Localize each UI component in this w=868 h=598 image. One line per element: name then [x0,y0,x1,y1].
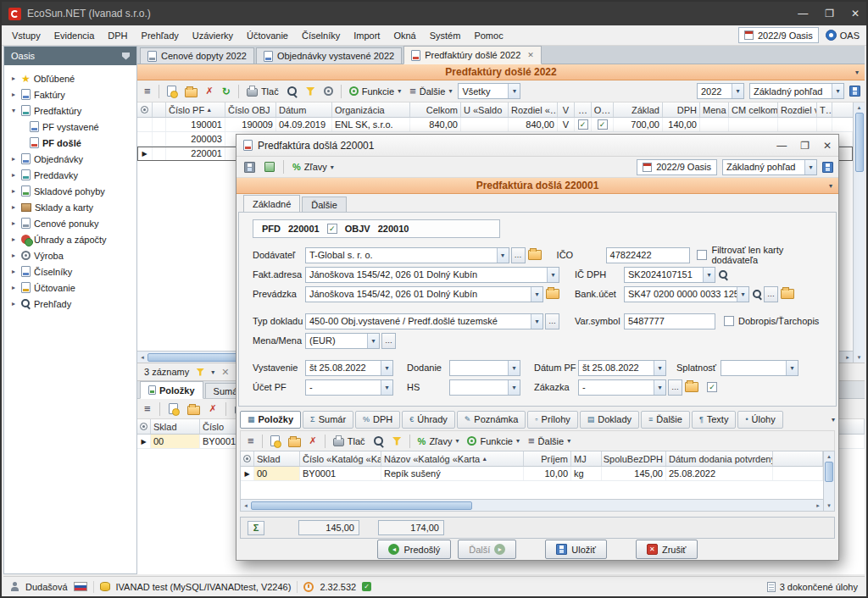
dalsie-dropdown[interactable]: ≡Ďalšie▾ [407,83,454,100]
previous-button[interactable]: ◂Predošlý [377,540,451,559]
menu-vstupy[interactable]: Vstupy [5,27,47,44]
checkbox-cell[interactable]: ✓ [575,118,592,131]
vertical-scrollbar[interactable]: ▴ ▾ [853,102,865,363]
grid-header-cell[interactable]: … [575,102,592,117]
print-button[interactable]: Tlač [244,83,281,100]
dialog-export-button[interactable] [262,158,277,175]
pf-account-combo[interactable]: -▾ [305,379,393,396]
dalsie-dropdown[interactable]: ≡Ďalšie▾ [526,433,573,450]
view-combo[interactable]: Základný pohľad▾ [749,83,844,99]
search-button[interactable] [285,83,300,100]
tab-cenove-dopyty[interactable]: Cenové dopyty 2022 [140,47,254,64]
dialog-view-combo[interactable]: Základný pohľad▾ [722,159,817,175]
zlavy-dropdown[interactable]: %Zľavy▾ [415,433,462,450]
dialog-close-button[interactable]: ✕ [823,140,832,152]
filter-cards-checkbox[interactable] [697,250,707,260]
expander-icon[interactable]: ▸ [9,155,18,163]
sidebar-item-predfaktury[interactable]: ▾Predfaktúry [6,102,135,119]
open-item-button[interactable] [185,401,203,418]
sidebar-item-prehlady[interactable]: ▸Prehľady [6,296,135,312]
layout-menu-button[interactable]: ≡ [245,433,257,450]
scroll-right-icon[interactable]: ▸ [843,354,853,361]
table-row[interactable]: ▶ 00 BY0001 Repík sušený 10,00 kg 145,00… [241,467,823,481]
supplier-folder-icon[interactable] [528,250,542,260]
grid-header-cell[interactable]: U «Saldo [461,102,509,117]
items-tab-dalsie[interactable]: ≡Ďalšie [641,411,690,429]
menu-okna[interactable]: Okná [387,27,422,44]
delete-record-button[interactable]: ✗ [203,83,216,100]
expander-icon[interactable]: ▸ [9,75,18,82]
print-button[interactable]: Tlač [331,433,368,450]
objv-checkbox[interactable]: ✓ [327,224,337,234]
supplier-combo[interactable]: T-Global s. r. o.▾ [305,247,509,263]
detail-tab-polozky[interactable]: Položky [140,381,203,399]
hs-combo[interactable]: ▾ [449,379,520,396]
sidebar-item-skladove-pohyby[interactable]: ▸Skladové pohyby [6,183,135,199]
items-tab-uhrady[interactable]: €Úhrady [402,411,454,429]
grid-settings-header[interactable] [241,451,254,466]
issue-date-combo[interactable]: št 25.08.2022▾ [305,360,393,376]
expander-icon[interactable]: ▾ [9,107,18,114]
scrollbar-thumb[interactable] [251,501,472,510]
status-tasks[interactable]: 3 dokončené úlohy [780,582,858,592]
grid-header-cell[interactable]: Dátum dodania potvrdený [666,451,773,466]
sidebar-item-preddavky[interactable]: ▸Preddavky [6,167,135,183]
delete-item-button[interactable]: ✗ [207,401,220,418]
sidebar-item-uhrady[interactable]: ▸Úhrady a zápočty [6,231,135,247]
oas-button[interactable]: OAS [826,30,860,41]
items-tab-prilohy[interactable]: ▫Prílohy [527,411,577,429]
expander-icon[interactable]: ▸ [9,300,18,307]
expander-icon[interactable]: ▸ [9,203,18,211]
dialog-minimize-button[interactable]: — [776,140,787,152]
chevron-down-icon[interactable]: ▾ [832,416,835,424]
delete-item-button[interactable]: ✗ [307,433,320,450]
menu-system[interactable]: Systém [423,27,468,44]
dialog-period-selector[interactable]: 2022/9 Oasis [637,159,717,175]
save-view-icon[interactable] [849,86,860,97]
scroll-up-icon[interactable]: ▴ [827,451,831,462]
grid-header-nazov[interactable]: Názov «Katalóg «Karta▲ [381,451,524,466]
filter-all-combo[interactable]: Všetky▾ [458,83,520,99]
dialog-maximize-button[interactable]: ❐ [800,140,810,152]
grid-settings-header[interactable] [137,102,153,117]
premises-combo[interactable]: Jánoškova 1545/42, 026 01 Dolný Kubín▾ [305,286,543,302]
delivery-combo[interactable]: ▾ [449,360,520,376]
grid-header-cell[interactable]: Rozdiel v… [778,102,817,117]
new-record-button[interactable] [164,83,179,100]
order-checkbox[interactable]: ✓ [707,382,717,392]
grid-header-cell[interactable]: Mena [700,102,729,117]
menu-import[interactable]: Import [347,27,387,44]
new-item-button[interactable] [268,433,282,450]
filter-button[interactable] [390,433,404,450]
bank-search-icon[interactable] [753,290,762,299]
period-selector[interactable]: 2022/9 Oasis [738,27,819,43]
tab-predfaktury-dosle[interactable]: Predfaktúry došlé 2022✕ [403,46,542,64]
grid-header-cell[interactable]: Sklad [254,451,300,466]
grid-header-cell[interactable]: DPH [663,102,700,117]
supplier-browse-button[interactable]: … [511,247,526,263]
grid-header-cell[interactable]: T… [817,102,832,117]
zlavy-dropdown[interactable]: %Zľavy▾ [290,158,337,175]
doc-type-combo[interactable]: 450-00 Obj.vystavené / Predf.došlé tuzem… [305,313,543,329]
menu-dph[interactable]: DPH [101,27,134,44]
scroll-down-icon[interactable]: ▾ [827,501,831,511]
search-button[interactable] [371,433,387,450]
open-item-button[interactable] [286,433,303,450]
order-combo[interactable]: -▾ [578,379,666,396]
expander-icon[interactable]: ▸ [9,171,18,179]
settings-button[interactable] [321,83,336,100]
expander-icon[interactable]: ▸ [9,91,18,98]
menu-uctovanie[interactable]: Účtovanie [240,27,295,44]
scroll-right-icon[interactable]: ▸ [813,502,823,509]
expander-icon[interactable]: ▸ [9,252,18,259]
chevron-down-icon[interactable]: ▾ [211,368,214,376]
grid-header-cell[interactable]: SpoluBezDPH [602,451,666,466]
expander-icon[interactable]: ▸ [9,219,18,227]
doc-type-browse-button[interactable]: … [545,313,559,329]
currency-combo[interactable]: (EUR)▾ [305,333,380,349]
bank-account-combo[interactable]: SK47 0200 0000 0033 1250 1…▾ [624,286,749,302]
funkcie-dropdown[interactable]: Funkcie▾ [465,433,522,450]
sidebar-item-uctovanie[interactable]: ▸Účtovanie [6,280,135,296]
sidebar-item-sklady-a-karty[interactable]: ▸Sklady a karty [6,199,135,215]
order-folder-icon[interactable] [685,382,698,392]
